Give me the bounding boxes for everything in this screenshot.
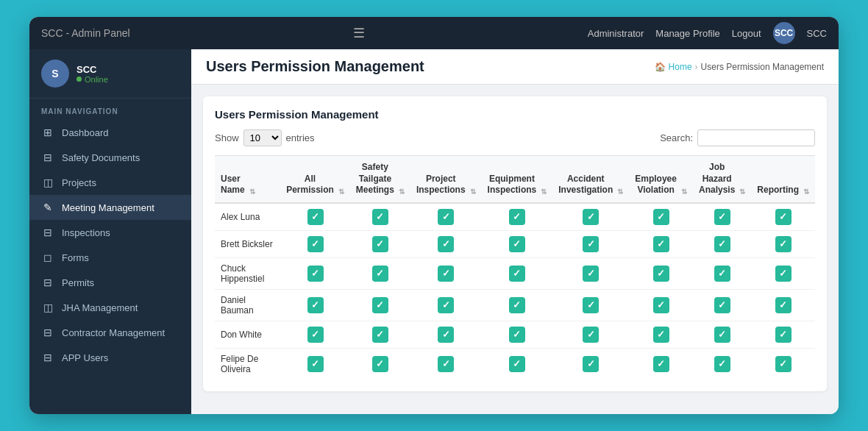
sidebar-item-permits[interactable]: ⊟ Permits: [29, 270, 191, 295]
sidebar-item-app-users[interactable]: ⊟ APP Users: [29, 345, 191, 370]
cell-safety[interactable]: ✓: [350, 289, 410, 321]
sort-employee-icon[interactable]: ⇅: [681, 187, 687, 196]
manage-profile-link[interactable]: Manage Profile: [655, 28, 719, 39]
cell-employee[interactable]: ✓: [629, 289, 693, 321]
cell-reporting[interactable]: ✓: [751, 230, 815, 257]
sort-equipment-icon[interactable]: ⇅: [541, 187, 547, 196]
cell-accident[interactable]: ✓: [552, 289, 629, 321]
dashboard-icon: ⊞: [41, 127, 54, 138]
cell-safety[interactable]: ✓: [350, 203, 410, 231]
check-icon: ✓: [438, 266, 454, 282]
table-row: Chuck Hippenstiel✓✓✓✓✓✓✓✓: [215, 257, 815, 289]
cell-reporting[interactable]: ✓: [751, 321, 815, 348]
sidebar-item-jha-management[interactable]: ◫ JHA Management: [29, 295, 191, 320]
cell-reporting[interactable]: ✓: [751, 203, 815, 231]
table-row: Felipe De Oliveira✓✓✓✓✓✓✓✓: [215, 348, 815, 380]
cell-all[interactable]: ✓: [280, 289, 350, 321]
cell-accident[interactable]: ✓: [552, 321, 629, 348]
sidebar-item-projects[interactable]: ◫ Projects: [29, 170, 191, 195]
cell-project[interactable]: ✓: [410, 321, 482, 348]
cell-all[interactable]: ✓: [280, 257, 350, 289]
cell-project[interactable]: ✓: [410, 257, 482, 289]
check-icon: ✓: [714, 297, 730, 313]
cell-job[interactable]: ✓: [693, 289, 751, 321]
sort-job-icon[interactable]: ⇅: [739, 187, 745, 196]
table-row: Daniel Bauman✓✓✓✓✓✓✓✓: [215, 289, 815, 321]
cell-equipment[interactable]: ✓: [482, 348, 553, 380]
cell-job[interactable]: ✓: [693, 203, 751, 231]
sidebar-item-safety-documents[interactable]: ⊟ Safety Documents: [29, 145, 191, 170]
search-input[interactable]: [697, 129, 815, 146]
sort-accident-icon[interactable]: ⇅: [617, 187, 623, 196]
sort-user-icon[interactable]: ⇅: [249, 187, 255, 196]
cell-all[interactable]: ✓: [280, 348, 350, 380]
cell-equipment[interactable]: ✓: [482, 289, 553, 321]
check-icon: ✓: [509, 209, 525, 225]
table-controls: Show 10 25 50 100 entries Search:: [215, 129, 815, 146]
sort-all-icon[interactable]: ⇅: [338, 187, 344, 196]
sidebar-item-meeting-management[interactable]: ✎ Meeting Management: [29, 195, 191, 220]
cell-employee[interactable]: ✓: [629, 348, 693, 380]
cell-all[interactable]: ✓: [280, 230, 350, 257]
cell-employee[interactable]: ✓: [629, 321, 693, 348]
sidebar-item-contractor-management[interactable]: ⊟ Contractor Management: [29, 320, 191, 345]
check-icon: ✓: [438, 327, 454, 343]
content-header: Users Permission Management 🏠 Home › Use…: [191, 49, 839, 85]
cell-project[interactable]: ✓: [410, 203, 482, 231]
cell-all[interactable]: ✓: [280, 203, 350, 231]
cell-all[interactable]: ✓: [280, 321, 350, 348]
check-icon: ✓: [509, 266, 525, 282]
check-icon: ✓: [509, 356, 525, 372]
cell-equipment[interactable]: ✓: [482, 203, 553, 231]
cell-reporting[interactable]: ✓: [751, 289, 815, 321]
cell-equipment[interactable]: ✓: [482, 230, 553, 257]
cell-job[interactable]: ✓: [693, 257, 751, 289]
cell-job[interactable]: ✓: [693, 348, 751, 380]
logout-link[interactable]: Logout: [732, 28, 761, 39]
cell-safety[interactable]: ✓: [350, 321, 410, 348]
cell-accident[interactable]: ✓: [552, 203, 629, 231]
cell-equipment[interactable]: ✓: [482, 257, 553, 289]
cell-equipment[interactable]: ✓: [482, 321, 553, 348]
entries-select[interactable]: 10 25 50 100: [243, 129, 282, 146]
cell-safety[interactable]: ✓: [350, 348, 410, 380]
sidebar-item-label: Forms: [62, 252, 89, 263]
cell-project[interactable]: ✓: [410, 348, 482, 380]
check-icon: ✓: [509, 327, 525, 343]
cell-job[interactable]: ✓: [693, 230, 751, 257]
cell-employee[interactable]: ✓: [629, 257, 693, 289]
cell-reporting[interactable]: ✓: [751, 348, 815, 380]
show-entries: Show 10 25 50 100 entries: [215, 129, 315, 146]
check-icon: ✓: [307, 236, 324, 252]
sort-safety-icon[interactable]: ⇅: [399, 187, 405, 196]
sort-reporting-icon[interactable]: ⇅: [803, 187, 809, 196]
cell-safety[interactable]: ✓: [350, 257, 410, 289]
cell-user-name: Daniel Bauman: [215, 289, 280, 321]
breadcrumb-separator: ›: [695, 62, 698, 72]
sidebar-item-dashboard[interactable]: ⊞ Dashboard: [29, 120, 191, 145]
cell-employee[interactable]: ✓: [629, 203, 693, 231]
cell-accident[interactable]: ✓: [552, 348, 629, 380]
cell-safety[interactable]: ✓: [350, 230, 410, 257]
cell-project[interactable]: ✓: [410, 230, 482, 257]
cell-employee[interactable]: ✓: [629, 230, 693, 257]
cell-accident[interactable]: ✓: [552, 257, 629, 289]
cell-accident[interactable]: ✓: [552, 230, 629, 257]
sidebar-item-label: JHA Management: [62, 302, 138, 313]
cell-project[interactable]: ✓: [410, 289, 482, 321]
sidebar-item-forms[interactable]: ◻ Forms: [29, 245, 191, 270]
sidebar-avatar: S: [41, 60, 69, 88]
check-icon: ✓: [438, 236, 454, 252]
permissions-table: UserName ⇅ AllPermission ⇅: [215, 155, 815, 380]
sidebar-item-label: Meeting Management: [62, 202, 154, 213]
check-icon: ✓: [775, 266, 791, 282]
cell-reporting[interactable]: ✓: [751, 257, 815, 289]
page-title: Users Permission Management: [206, 58, 424, 75]
sidebar-item-inspections[interactable]: ⊟ Inspections: [29, 220, 191, 245]
check-icon: ✓: [775, 236, 791, 252]
cell-job[interactable]: ✓: [693, 321, 751, 348]
th-user-name: UserName ⇅: [215, 156, 280, 203]
hamburger-menu[interactable]: ☰: [353, 25, 365, 41]
check-icon: ✓: [583, 297, 599, 313]
sort-project-icon[interactable]: ⇅: [470, 187, 476, 196]
